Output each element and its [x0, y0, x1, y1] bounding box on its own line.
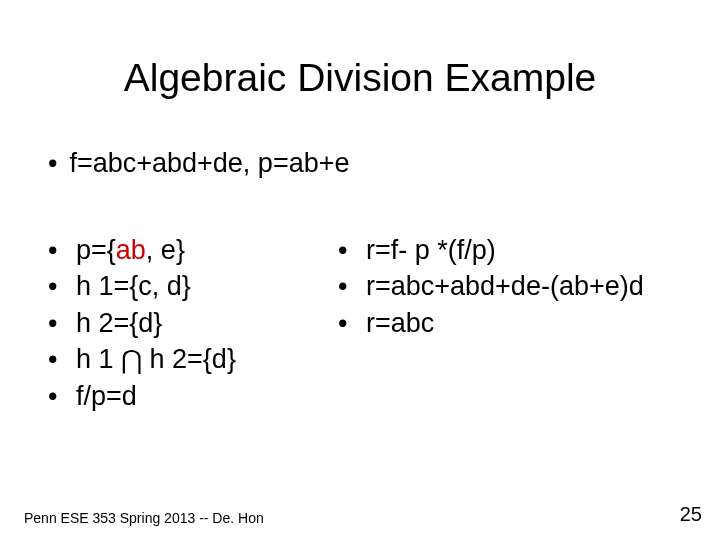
bullet-dot: •	[338, 305, 366, 341]
bullet-dot: •	[48, 268, 76, 304]
text-pre: h 1	[76, 344, 121, 374]
bullet-dot: •	[48, 232, 76, 268]
list-item: • h 1 ⋂ h 2={d}	[48, 341, 338, 377]
intro-line: •f=abc+abd+de, p=ab+e	[48, 148, 349, 179]
footer-text: Penn ESE 353 Spring 2013 -- De. Hon	[24, 510, 264, 526]
item-text: r=f- p *(f/p)	[366, 232, 496, 268]
list-item: • f/p=d	[48, 378, 338, 414]
text-post: h 2={d}	[142, 344, 236, 374]
bullet-dot: •	[48, 341, 76, 377]
bullet-dot: •	[48, 148, 57, 178]
item-text: h 2={d}	[76, 305, 162, 341]
text-post: , e}	[146, 235, 185, 265]
bullet-dot: •	[48, 305, 76, 341]
item-text: r=abc+abd+de-(ab+e)d	[366, 268, 644, 304]
columns: • p={ab, e} • h 1={c, d} • h 2={d} • h 1…	[48, 232, 700, 414]
slide: Algebraic Division Example •f=abc+abd+de…	[0, 0, 720, 540]
right-column: • r=f- p *(f/p) • r=abc+abd+de-(ab+e)d •…	[338, 232, 700, 414]
item-text: h 1={c, d}	[76, 268, 191, 304]
slide-title: Algebraic Division Example	[0, 56, 720, 100]
ab-highlight: ab	[116, 235, 146, 265]
list-item: • r=abc+abd+de-(ab+e)d	[338, 268, 700, 304]
intro-text: f=abc+abd+de, p=ab+e	[69, 148, 349, 178]
page-number: 25	[680, 503, 702, 526]
list-item: • h 1={c, d}	[48, 268, 338, 304]
list-item: • h 2={d}	[48, 305, 338, 341]
list-item: • r=abc	[338, 305, 700, 341]
list-item: • p={ab, e}	[48, 232, 338, 268]
bullet-dot: •	[338, 268, 366, 304]
bullet-dot: •	[48, 378, 76, 414]
text-pre: p={	[76, 235, 116, 265]
item-text: p={ab, e}	[76, 232, 185, 268]
item-text: h 1 ⋂ h 2={d}	[76, 341, 236, 377]
item-text: r=abc	[366, 305, 434, 341]
list-item: • r=f- p *(f/p)	[338, 232, 700, 268]
bullet-dot: •	[338, 232, 366, 268]
left-column: • p={ab, e} • h 1={c, d} • h 2={d} • h 1…	[48, 232, 338, 414]
item-text: f/p=d	[76, 378, 137, 414]
intersect-icon: ⋂	[121, 347, 142, 373]
